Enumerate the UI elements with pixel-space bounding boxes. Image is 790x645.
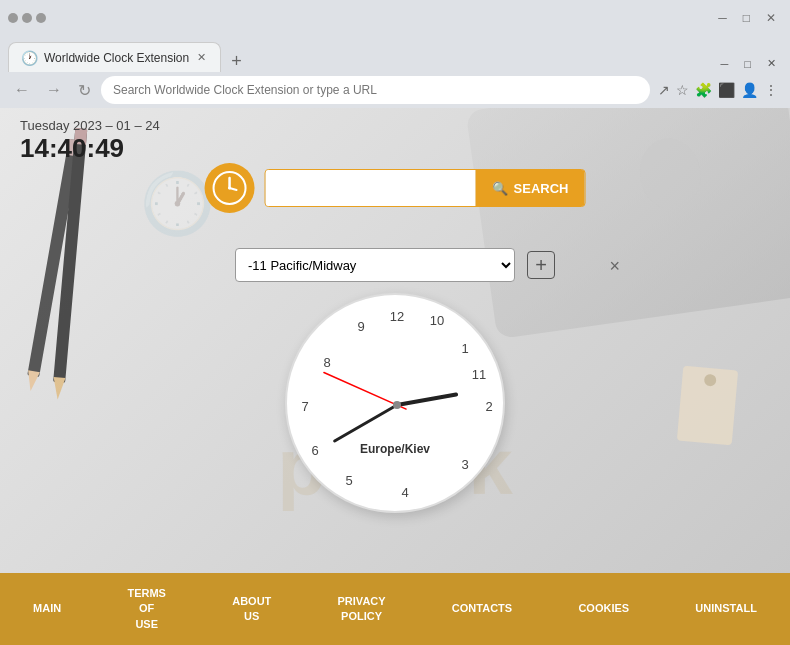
profile-icon[interactable]: 👤 xyxy=(741,82,758,98)
svg-text:6: 6 xyxy=(311,443,318,458)
search-area: pcrisk.com 🔍 SEARCH xyxy=(205,163,586,213)
win-close[interactable] xyxy=(36,13,46,23)
plus-icon: + xyxy=(535,254,547,277)
pencils-decoration xyxy=(20,118,120,438)
footer-item-cookies[interactable]: COOKIES xyxy=(570,601,637,616)
datetime-area: Tuesday 2023 – 01 – 24 14:40:49 xyxy=(20,118,160,164)
clock-timezone-label: Europe/Kiev xyxy=(360,442,430,456)
svg-text:4: 4 xyxy=(401,485,408,500)
svg-text:5: 5 xyxy=(345,473,352,488)
toolbar-icons: ↗ ☆ 🧩 ⬛ 👤 ⋮ xyxy=(654,82,782,98)
tab-favicon: 🕐 xyxy=(21,50,38,66)
win-minimize[interactable] xyxy=(8,13,18,23)
back-icon: ← xyxy=(14,81,30,98)
footer-item-privacy[interactable]: PRIVACYPOLICY xyxy=(330,594,394,625)
time-display: 14:40:49 xyxy=(20,133,160,164)
svg-rect-3 xyxy=(53,128,87,383)
win-ctrl-restore[interactable]: □ xyxy=(737,11,756,25)
clock-icon-box xyxy=(205,163,255,213)
svg-text:11: 11 xyxy=(472,367,486,382)
tab-bar: 🕐 Worldwide Clock Extension ✕ + ─ □ ✕ xyxy=(0,36,790,72)
clock-container: 12 1 2 3 4 5 6 7 8 9 10 11 xyxy=(285,293,505,513)
svg-point-9 xyxy=(228,187,231,190)
browser-chrome: ─ □ ✕ 🕐 Worldwide Clock Extension ✕ + ─ … xyxy=(0,0,790,108)
active-tab[interactable]: 🕐 Worldwide Clock Extension ✕ xyxy=(8,42,221,72)
share-icon[interactable]: ↗ xyxy=(658,82,670,98)
win-ctrl-close[interactable]: ✕ xyxy=(760,11,782,25)
analog-clock: 12 1 2 3 4 5 6 7 8 9 10 11 xyxy=(285,293,505,513)
close-clock-button[interactable]: × xyxy=(609,256,620,277)
svg-point-26 xyxy=(393,401,401,409)
clock-face: 12 1 2 3 4 5 6 7 8 9 10 11 xyxy=(287,295,507,515)
timezone-area: -11 Pacific/Midway -10 Pacific/Honolulu … xyxy=(235,248,555,282)
reload-button[interactable]: ↻ xyxy=(72,77,97,104)
page-content: 🕐 pcrisk Tuesday 2023 – 01 – 24 14:40:49… xyxy=(0,108,790,573)
date-display: Tuesday 2023 – 01 – 24 xyxy=(20,118,160,133)
back-button[interactable]: ← xyxy=(8,77,36,103)
new-tab-button[interactable]: + xyxy=(225,51,248,72)
search-button-label: SEARCH xyxy=(514,181,569,196)
svg-rect-0 xyxy=(27,139,80,377)
add-timezone-button[interactable]: + xyxy=(527,251,555,279)
title-bar: ─ □ ✕ xyxy=(0,0,790,36)
forward-icon: → xyxy=(46,81,62,98)
forward-button[interactable]: → xyxy=(40,77,68,103)
footer-item-about[interactable]: ABOUTUS xyxy=(224,594,279,625)
svg-marker-1 xyxy=(25,370,40,392)
svg-text:12: 12 xyxy=(390,309,404,324)
mini-clock-icon xyxy=(212,170,248,206)
tab-close-btn[interactable]: ✕ xyxy=(195,49,208,66)
footer-item-contacts[interactable]: CONTACTS xyxy=(444,601,520,616)
svg-text:7: 7 xyxy=(301,399,308,414)
footer-item-main[interactable]: MAIN xyxy=(25,601,69,616)
extensions-icon[interactable]: 🧩 xyxy=(695,82,712,98)
search-input-box: pcrisk.com 🔍 SEARCH xyxy=(265,169,586,207)
tab-title: Worldwide Clock Extension xyxy=(44,51,189,65)
timezone-select[interactable]: -11 Pacific/Midway -10 Pacific/Honolulu … xyxy=(235,248,515,282)
footer: MAIN TERMSOFUSE ABOUTUS PRIVACYPOLICY CO… xyxy=(0,573,790,645)
address-bar: ← → ↻ Search Worldwide Clock Extension o… xyxy=(0,72,790,108)
win-top-min[interactable]: ─ xyxy=(715,56,735,72)
search-icon: 🔍 xyxy=(492,181,508,196)
apple-logo-bg xyxy=(635,134,704,212)
svg-text:2: 2 xyxy=(485,399,492,414)
footer-item-uninstall[interactable]: UNINSTALL xyxy=(687,601,765,616)
win-maximize[interactable] xyxy=(22,13,32,23)
price-tag-bg xyxy=(677,366,738,446)
svg-marker-4 xyxy=(52,377,66,400)
search-button[interactable]: 🔍 SEARCH xyxy=(476,170,585,206)
search-input[interactable]: pcrisk.com xyxy=(266,170,476,206)
menu-icon[interactable]: ⋮ xyxy=(764,82,778,98)
reload-icon: ↻ xyxy=(78,82,91,99)
svg-line-23 xyxy=(397,395,456,405)
svg-text:3: 3 xyxy=(461,457,468,472)
laptop-bg xyxy=(466,108,790,339)
win-top-max[interactable]: □ xyxy=(738,56,757,72)
win-top-close[interactable]: ✕ xyxy=(761,55,782,72)
browser-window-icon[interactable]: ⬛ xyxy=(718,82,735,98)
win-ctrl-minimize[interactable]: ─ xyxy=(712,11,733,25)
url-input[interactable]: Search Worldwide Clock Extension or type… xyxy=(101,76,650,104)
svg-text:9: 9 xyxy=(357,319,364,334)
footer-item-terms[interactable]: TERMSOFUSE xyxy=(119,586,174,632)
svg-line-24 xyxy=(335,405,397,441)
bookmark-icon[interactable]: ☆ xyxy=(676,82,689,98)
svg-text:10: 10 xyxy=(430,313,444,328)
svg-text:1: 1 xyxy=(461,341,468,356)
svg-text:8: 8 xyxy=(323,355,330,370)
